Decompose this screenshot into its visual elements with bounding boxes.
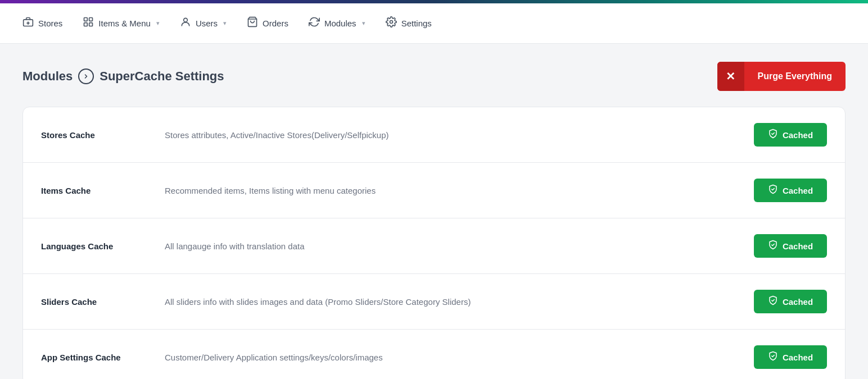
nav-items-menu[interactable]: Items & Menu ▾ bbox=[74, 11, 169, 36]
svg-rect-5 bbox=[84, 23, 88, 26]
settings-icon bbox=[386, 16, 397, 30]
sliders-cache-status: Cached bbox=[783, 297, 813, 307]
stores-cache-name: Stores Cache bbox=[41, 130, 165, 140]
users-chevron: ▾ bbox=[223, 20, 227, 27]
stores-label: Stores bbox=[38, 19, 62, 28]
languages-cache-desc: All langauge info with translation data bbox=[165, 241, 754, 251]
purge-x-icon: ✕ bbox=[717, 62, 744, 91]
sliders-cache-button[interactable]: Cached bbox=[754, 290, 827, 313]
orders-label: Orders bbox=[263, 19, 288, 28]
languages-cache-name: Languages Cache bbox=[41, 241, 165, 251]
breadcrumb-arrow-icon bbox=[78, 69, 94, 84]
main-content: Modules SuperCache Settings ✕ Purge Ever… bbox=[0, 44, 868, 379]
page-header: Modules SuperCache Settings ✕ Purge Ever… bbox=[22, 62, 846, 91]
modules-chevron: ▾ bbox=[362, 20, 365, 27]
stores-cache-status: Cached bbox=[783, 130, 813, 140]
cached-shield-icon-1 bbox=[768, 184, 778, 197]
breadcrumb: Modules SuperCache Settings bbox=[22, 69, 224, 84]
items-cache-desc: Recommended items, Items listing with me… bbox=[165, 186, 754, 195]
main-nav: Stores Items & Menu ▾ Users ▾ Orders bbox=[0, 3, 868, 44]
stores-cache-button[interactable]: Cached bbox=[754, 123, 827, 147]
app-settings-cache-button[interactable]: Cached bbox=[754, 345, 827, 369]
stores-icon bbox=[22, 16, 34, 30]
languages-cache-row: Languages Cache All langauge info with t… bbox=[23, 218, 845, 274]
nav-orders[interactable]: Orders bbox=[238, 11, 297, 36]
page-title: SuperCache Settings bbox=[100, 69, 224, 84]
items-cache-row: Items Cache Recommended items, Items lis… bbox=[23, 163, 845, 218]
app-settings-cache-status: Cached bbox=[783, 353, 813, 362]
cached-shield-icon-0 bbox=[768, 129, 778, 141]
nav-settings[interactable]: Settings bbox=[377, 11, 441, 36]
items-menu-icon bbox=[83, 16, 94, 30]
cached-shield-icon-3 bbox=[768, 295, 778, 308]
users-label: Users bbox=[196, 19, 218, 28]
items-cache-button[interactable]: Cached bbox=[754, 179, 827, 202]
cache-card: Stores Cache Stores attributes, Active/I… bbox=[22, 107, 846, 379]
cached-shield-icon-4 bbox=[768, 351, 778, 363]
app-settings-cache-row: App Settings Cache Customer/Delivery App… bbox=[23, 330, 845, 379]
cached-shield-icon-2 bbox=[768, 240, 778, 252]
stores-cache-row: Stores Cache Stores attributes, Active/I… bbox=[23, 107, 845, 163]
svg-rect-4 bbox=[89, 18, 93, 21]
nav-modules[interactable]: Modules ▾ bbox=[300, 11, 374, 36]
languages-cache-status: Cached bbox=[783, 241, 813, 251]
nav-stores[interactable]: Stores bbox=[13, 11, 71, 36]
sliders-cache-desc: All sliders info with slides images and … bbox=[165, 297, 754, 307]
sliders-cache-name: Sliders Cache bbox=[41, 297, 165, 307]
modules-label: Modules bbox=[324, 19, 356, 28]
modules-icon bbox=[309, 16, 320, 30]
nav-users[interactable]: Users ▾ bbox=[171, 11, 236, 36]
app-settings-cache-desc: Customer/Delivery Application settings/k… bbox=[165, 353, 754, 362]
languages-cache-button[interactable]: Cached bbox=[754, 234, 827, 258]
purge-everything-button[interactable]: ✕ Purge Everything bbox=[717, 62, 846, 91]
items-cache-name: Items Cache bbox=[41, 186, 165, 195]
svg-point-9 bbox=[390, 21, 392, 24]
svg-point-7 bbox=[184, 18, 188, 22]
purge-button-label: Purge Everything bbox=[744, 62, 846, 91]
items-cache-status: Cached bbox=[783, 186, 813, 195]
orders-icon bbox=[247, 16, 258, 30]
users-icon bbox=[180, 16, 191, 30]
stores-cache-desc: Stores attributes, Active/Inactive Store… bbox=[165, 130, 754, 140]
svg-rect-6 bbox=[89, 23, 93, 26]
svg-rect-3 bbox=[84, 18, 88, 21]
items-menu-label: Items & Menu bbox=[98, 19, 151, 28]
items-menu-chevron: ▾ bbox=[156, 20, 160, 27]
breadcrumb-parent: Modules bbox=[22, 69, 73, 84]
sliders-cache-row: Sliders Cache All sliders info with slid… bbox=[23, 274, 845, 330]
settings-label: Settings bbox=[401, 19, 432, 28]
app-settings-cache-name: App Settings Cache bbox=[41, 353, 165, 362]
